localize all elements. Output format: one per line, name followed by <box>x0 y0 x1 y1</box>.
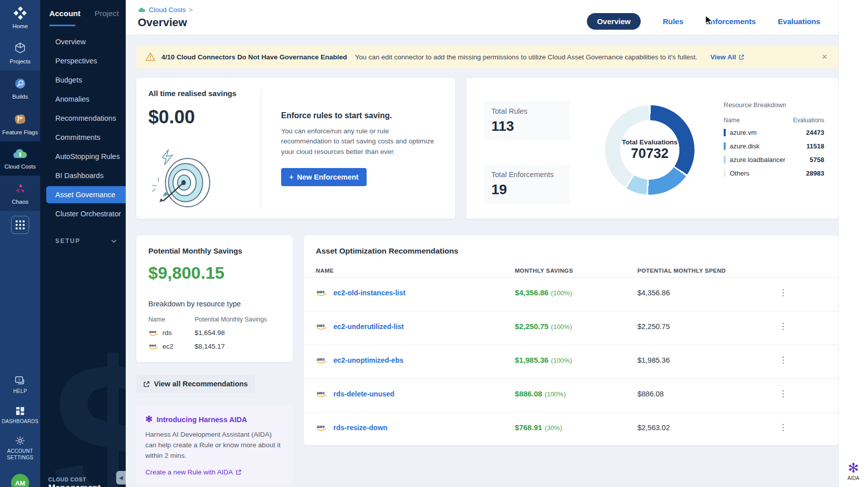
total-enforcements-value: 19 <box>491 182 563 198</box>
row-kebab-menu[interactable]: ⋮ <box>773 287 793 298</box>
sidebar-item-perspectives[interactable]: Perspectives <box>40 52 126 69</box>
governance-tabs: Overview Rules Enforcements Evaluations <box>587 13 820 30</box>
rule-link[interactable]: rds-delete-unused <box>333 390 394 398</box>
banner-title: 4/10 Cloud Connectors Do Not Have Govern… <box>161 53 347 61</box>
scope-tab-account[interactable]: Account <box>49 9 80 18</box>
warning-triangle-icon <box>145 52 155 61</box>
legend-col-evaluations: Evaluations <box>793 117 824 124</box>
svg-text:aws: aws <box>317 424 325 429</box>
aida-title: Introducing Harness AIDA <box>156 416 247 424</box>
col-header-monthly-savings: MONTHLY SAVINGS <box>515 268 638 274</box>
brand-line-1: CLOUD COST <box>48 476 101 483</box>
help-button[interactable]: ? HELP <box>13 376 27 395</box>
legend-chip <box>724 142 726 150</box>
legend-chip <box>724 129 726 136</box>
row-kebab-menu[interactable]: ⋮ <box>773 321 793 332</box>
account-settings-button[interactable]: ACCOUNT SETTINGS <box>0 436 40 461</box>
row-kebab-menu[interactable]: ⋮ <box>773 388 793 399</box>
banner-close-icon[interactable]: × <box>820 51 829 62</box>
rule-link[interactable]: ec2-old-instances-list <box>333 289 405 297</box>
rail-item-home[interactable]: Home <box>0 0 40 35</box>
sidebar-item-anomalies[interactable]: Anomalies <box>40 91 126 108</box>
tab-overview[interactable]: Overview <box>587 13 641 30</box>
rail-item-label: Home <box>13 23 28 30</box>
setup-section-toggle[interactable]: SETUP <box>40 224 126 245</box>
sidebar-item-asset-governance[interactable]: Asset Governance <box>46 186 126 203</box>
sidebar-item-autostopping-rules[interactable]: AutoStopping Rules <box>40 148 126 165</box>
user-avatar[interactable]: AM <box>11 474 29 487</box>
tab-evaluations[interactable]: Evaluations <box>778 17 820 26</box>
row-kebab-menu[interactable]: ⋮ <box>773 355 793 365</box>
breakdown-title: Breakdown by resource type <box>148 300 281 308</box>
recommendations-table-header: NAME MONTHLY SAVINGS POTENTIAL MONTHLY S… <box>304 268 838 274</box>
new-enforcement-button[interactable]: + New Enforcement <box>281 168 367 186</box>
sidebar-item-bi-dashboards[interactable]: BI Dashboards <box>40 167 126 184</box>
realised-savings-title: All time realised savings <box>148 89 248 98</box>
aws-icon: aws <box>148 343 159 350</box>
aws-icon: aws <box>316 424 328 432</box>
rule-link[interactable]: ec2-unoptimized-ebs <box>333 356 403 364</box>
sidebar-item-overview[interactable]: Overview <box>40 33 126 50</box>
realised-savings-amount: $0.00 <box>148 107 248 128</box>
svg-text:aws: aws <box>317 322 325 328</box>
rule-link[interactable]: ec2-underutilized-list <box>333 322 404 331</box>
breadcrumb: Cloud Costs > <box>138 6 193 14</box>
table-row: aws rds-delete-unused $886.08(100%) $886… <box>304 378 838 409</box>
sidebar-item-commitments[interactable]: Commitments <box>40 129 126 146</box>
tab-enforcements[interactable]: Enforcements <box>706 17 756 26</box>
rail-bottom-label: ACCOUNT SETTINGS <box>0 448 40 461</box>
rail-item-builds[interactable]: Builds <box>0 70 40 106</box>
chaos-icon <box>14 182 27 195</box>
rail-item-feature-flags[interactable]: Feature Flags <box>0 106 40 141</box>
sidebar-item-recommendations[interactable]: Recommendations <box>40 110 126 127</box>
scope-tab-project[interactable]: Project <box>95 9 119 18</box>
svg-text:aws: aws <box>149 330 156 334</box>
rail-item-cloud-costs[interactable]: $ Cloud Costs <box>0 141 40 176</box>
legend-col-name: Name <box>724 117 740 124</box>
svg-text:aws: aws <box>149 343 156 348</box>
main-area: Cloud Costs > Overview Overview Rules En… <box>126 0 868 487</box>
realised-savings-card: All time realised savings $0.00 <box>136 78 455 219</box>
legend-row: azure.loadbalancer 5758 <box>724 153 824 167</box>
potential-savings-title: Potential Monthly Savings <box>148 247 281 255</box>
breakdown-row: aws ec2 $8,145.17 <box>148 343 281 350</box>
legend-row: azure.disk 11518 <box>724 139 824 153</box>
module-picker-button[interactable] <box>11 216 29 234</box>
page-gutter: ✻ AIDA <box>838 0 868 487</box>
breadcrumb-separator: > <box>189 6 193 14</box>
table-row: aws ec2-unoptimized-ebs $1,985.36(100%) … <box>304 345 838 375</box>
donut-center-label: Total Evaluations <box>622 138 678 146</box>
tab-rules[interactable]: Rules <box>663 17 683 26</box>
gear-icon <box>15 436 25 446</box>
harness-logo-icon <box>14 7 27 20</box>
external-link-icon <box>236 469 241 475</box>
sidebar-collapse-button[interactable]: ◀ <box>116 471 126 484</box>
rail-item-chaos[interactable]: Chaos <box>0 176 40 211</box>
rail-item-projects[interactable]: Projects <box>0 35 40 70</box>
plus-icon: + <box>289 173 293 181</box>
aws-icon: aws <box>148 329 159 337</box>
feature-flags-icon <box>14 113 27 126</box>
view-all-recommendations-button[interactable]: View all Recommendations <box>136 375 255 393</box>
potential-savings-amount: $9,800.15 <box>148 263 281 283</box>
rail-item-label: Projects <box>10 58 31 65</box>
recommendations-table-title: Asset Optimization Recommendations <box>304 247 838 256</box>
aida-assistant-button[interactable]: ✻ AIDA <box>847 461 859 481</box>
sidebar-item-budgets[interactable]: Budgets <box>40 71 126 89</box>
dashboards-button[interactable]: DASHBOARDS <box>2 406 38 425</box>
banner-body: You can edit connector to add the missin… <box>355 53 697 61</box>
rail-item-label: Cloud Costs <box>5 164 36 170</box>
cloud-costs-breadcrumb-icon <box>138 7 146 13</box>
rail-bottom: ? HELP DASHBOARDS <box>0 376 40 487</box>
breadcrumb-link-cloud-costs[interactable]: Cloud Costs <box>149 6 186 14</box>
rail-bottom-label: DASHBOARDS <box>2 419 38 425</box>
rule-link[interactable]: rds-resize-down <box>333 424 387 432</box>
builds-icon <box>14 77 27 90</box>
row-kebab-menu[interactable]: ⋮ <box>773 422 793 433</box>
aida-body: Harness AI Development Assistant (AIDA) … <box>145 430 284 461</box>
active-tab-underline <box>49 25 75 26</box>
sidebar-item-cluster-orchestrator[interactable]: Cluster Orchestrator <box>40 205 126 222</box>
svg-text:$: $ <box>19 152 22 157</box>
aida-create-rule-link[interactable]: Create a new Rule with AIDA <box>145 468 241 476</box>
banner-view-all-link[interactable]: View All <box>711 53 744 61</box>
